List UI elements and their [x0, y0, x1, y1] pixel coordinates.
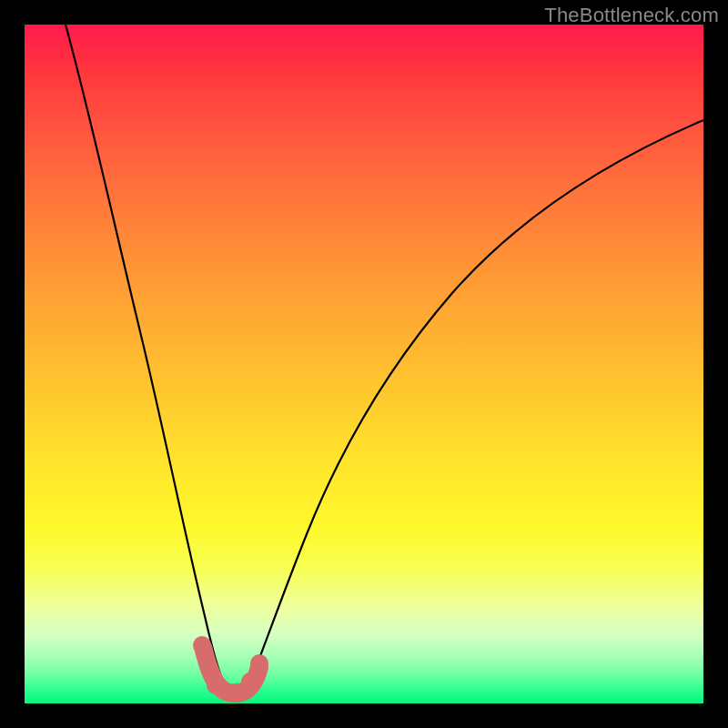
marker-dot-right	[250, 654, 268, 672]
curves-svg	[25, 25, 703, 703]
right-curve	[243, 120, 703, 700]
marker-dot-mid3	[241, 672, 259, 691]
plot-area	[25, 25, 703, 703]
chart-container: TheBottleneck.com	[0, 0, 728, 728]
left-curve	[66, 25, 229, 698]
marker-dot-mid1	[207, 676, 225, 694]
marker-dot-mid2	[227, 683, 245, 702]
